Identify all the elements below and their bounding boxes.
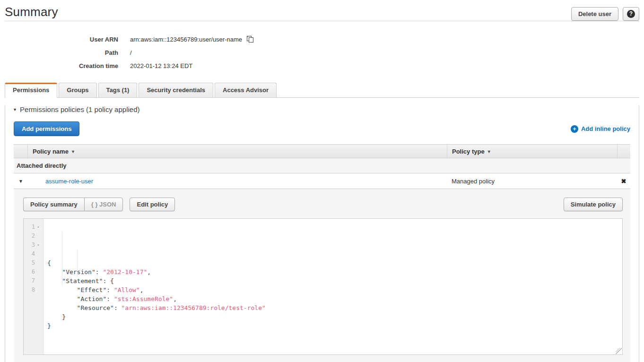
row-expand-caret[interactable]: ▼ bbox=[14, 179, 28, 184]
policy-view-toggle: Policy summary { } JSON bbox=[23, 198, 123, 211]
gutter-line: 5 bbox=[24, 259, 43, 267]
policy-row: ▼ assume-role-user Managed policy ✖ bbox=[14, 173, 630, 189]
sort-icon: ▾ bbox=[72, 149, 74, 154]
code-line: "Effect": "Allow", bbox=[47, 285, 622, 294]
page-title: Summary bbox=[5, 5, 58, 19]
gutter-line: 8 bbox=[24, 285, 43, 294]
simulate-policy-button[interactable]: Simulate policy bbox=[564, 198, 623, 211]
user-details: User ARN arn:aws:iam::123456789:user/use… bbox=[0, 33, 644, 72]
fold-caret-icon[interactable]: ▾ bbox=[35, 241, 42, 250]
delete-user-button[interactable]: Delete user bbox=[571, 7, 618, 21]
code-line: } bbox=[47, 321, 622, 330]
json-view-button[interactable]: { } JSON bbox=[84, 198, 123, 211]
path-value: / bbox=[130, 49, 132, 56]
policy-type-column-header[interactable]: Policy type ▾ bbox=[447, 145, 617, 158]
code-line: "Version": "2012-10-17", bbox=[47, 267, 622, 276]
user-arn-label: User ARN bbox=[0, 36, 118, 43]
editor-resize-handle[interactable] bbox=[616, 348, 622, 354]
add-permissions-button[interactable]: Add permissions bbox=[14, 121, 79, 136]
policy-detail-panel: Policy summary { } JSON Edit policy Simu… bbox=[14, 189, 630, 362]
tab-security-credentials[interactable]: Security credentials bbox=[139, 83, 213, 97]
gutter-line: 2 bbox=[24, 232, 43, 241]
tab-access-advisor[interactable]: Access Advisor bbox=[215, 83, 277, 97]
path-label: Path bbox=[0, 49, 118, 56]
edit-policy-button[interactable]: Edit policy bbox=[130, 198, 175, 211]
json-editor-code[interactable]: { "Version": "2012-10-17", "Statement": … bbox=[44, 219, 622, 354]
policy-name-link[interactable]: assume-role-user bbox=[45, 178, 93, 185]
copy-icon[interactable] bbox=[246, 35, 254, 43]
header-divider bbox=[5, 21, 639, 21]
collapse-caret-icon: ▾ bbox=[14, 107, 16, 112]
tab-bar: PermissionsGroupsTags (1)Security creden… bbox=[5, 83, 639, 98]
add-inline-policy-link[interactable]: + Add inline policy bbox=[571, 125, 630, 133]
help-button[interactable]: ? bbox=[623, 7, 639, 21]
user-arn-row: User ARN arn:aws:iam::123456789:user/use… bbox=[0, 33, 644, 46]
plus-circle-icon: + bbox=[571, 125, 578, 133]
action-column-header bbox=[617, 145, 630, 158]
policy-type-cell: Managed policy bbox=[447, 178, 617, 185]
page-header: Summary Delete user ? bbox=[0, 0, 644, 21]
header-actions: Delete user ? bbox=[571, 5, 639, 21]
user-arn-value: arn:aws:iam::123456789:user/user-name bbox=[130, 36, 242, 43]
gutter-line: 6 bbox=[24, 267, 43, 276]
gutter-line: 3▾ bbox=[24, 241, 43, 250]
code-line: "Resource": "arn:aws:iam::123456789:role… bbox=[47, 303, 622, 312]
code-line: } bbox=[47, 312, 622, 321]
gutter-line: 4 bbox=[24, 250, 43, 259]
gutter-line: 1▾ bbox=[24, 223, 43, 232]
permissions-policies-heading: Permissions policies (1 policy applied) bbox=[20, 105, 139, 113]
tab-tags-1[interactable]: Tags (1) bbox=[98, 83, 138, 97]
detach-policy-icon[interactable]: ✖ bbox=[621, 178, 627, 185]
attached-directly-group-row: Attached directly bbox=[14, 158, 630, 173]
policy-table: Policy name ▾ Policy type ▾ Attached dir… bbox=[14, 144, 630, 362]
indent-guide bbox=[77, 250, 78, 276]
policy-detail-toolbar: Policy summary { } JSON Edit policy Simu… bbox=[23, 198, 623, 211]
json-editor[interactable]: 1▾23▾45678 { "Version": "2012-10-17", "S… bbox=[23, 218, 623, 355]
indent-guide bbox=[62, 232, 62, 285]
permissions-policies-section-toggle[interactable]: ▾ Permissions policies (1 policy applied… bbox=[14, 105, 630, 113]
json-editor-gutter: 1▾23▾45678 bbox=[24, 219, 44, 354]
path-row: Path / bbox=[0, 46, 644, 59]
tab-permissions[interactable]: Permissions bbox=[5, 83, 57, 98]
policy-name-column-header[interactable]: Policy name ▾ bbox=[28, 145, 447, 158]
code-line: { bbox=[47, 259, 622, 267]
policy-summary-button[interactable]: Policy summary bbox=[23, 198, 84, 211]
creation-time-value: 2022-01-12 13:24 EDT bbox=[130, 62, 192, 69]
policy-table-header: Policy name ▾ Policy type ▾ bbox=[14, 144, 630, 158]
permissions-tab-panel: ▾ Permissions policies (1 policy applied… bbox=[5, 105, 639, 362]
creation-time-row: Creation time 2022-01-12 13:24 EDT bbox=[0, 59, 644, 72]
creation-time-label: Creation time bbox=[0, 62, 118, 69]
gutter-line: 7 bbox=[24, 276, 43, 285]
sort-icon: ▾ bbox=[488, 149, 490, 154]
fold-caret-icon[interactable]: ▾ bbox=[35, 223, 42, 232]
help-icon: ? bbox=[627, 10, 635, 18]
policy-actions-row: Add permissions + Add inline policy bbox=[14, 121, 630, 136]
code-line: "Action": "sts:AssumeRole", bbox=[47, 294, 622, 303]
tab-groups[interactable]: Groups bbox=[59, 83, 96, 97]
expand-column-header bbox=[14, 145, 28, 158]
code-line: "Statement": { bbox=[47, 276, 622, 285]
